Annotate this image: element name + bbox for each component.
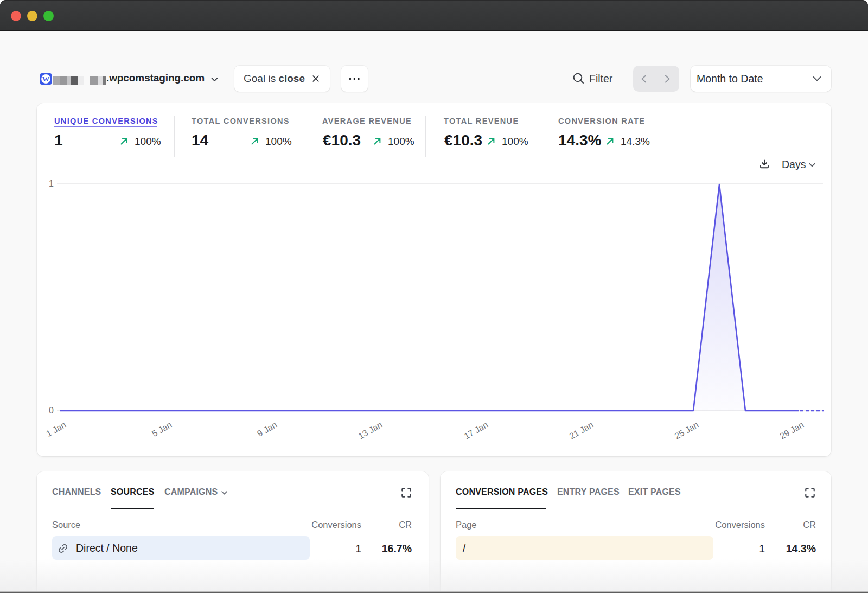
svg-text:9 Jan: 9 Jan xyxy=(256,420,278,438)
svg-text:0: 0 xyxy=(49,406,54,415)
svg-text:5 Jan: 5 Jan xyxy=(150,420,173,438)
svg-text:29 Jan: 29 Jan xyxy=(778,420,805,441)
svg-text:25 Jan: 25 Jan xyxy=(673,420,700,441)
svg-text:1 Jan: 1 Jan xyxy=(44,420,67,438)
svg-text:21 Jan: 21 Jan xyxy=(567,420,595,441)
svg-text:17 Jan: 17 Jan xyxy=(462,420,489,441)
svg-text:1: 1 xyxy=(49,179,54,188)
svg-text:13 Jan: 13 Jan xyxy=(356,420,384,441)
svg-text:W: W xyxy=(42,75,50,83)
